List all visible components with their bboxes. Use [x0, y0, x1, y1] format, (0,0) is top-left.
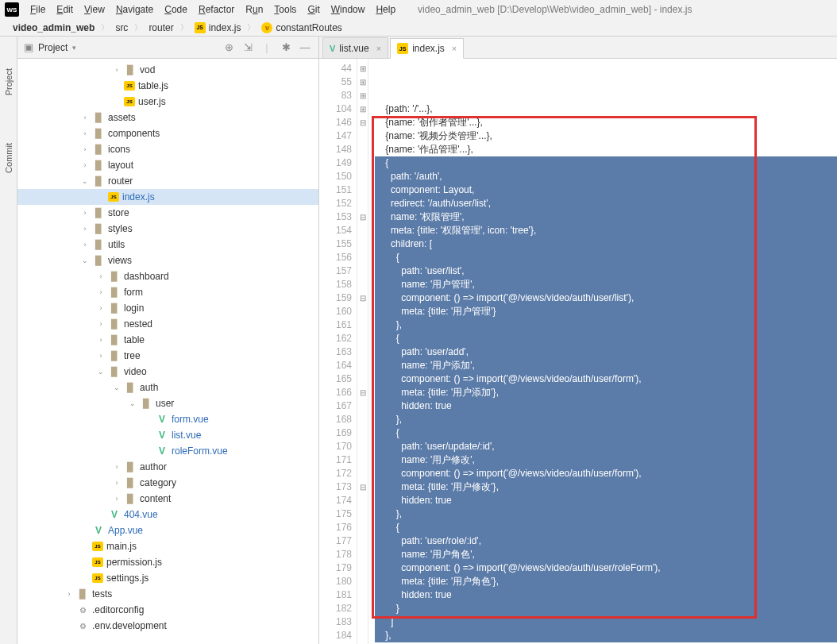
tree-node-layout[interactable]: ›▉layout — [17, 157, 318, 173]
tree-node-components[interactable]: ›▉components — [17, 125, 318, 141]
tree-node-views[interactable]: ⌄▉views — [17, 253, 318, 268]
project-tree[interactable]: ›▉vodJStable.jsJSuser.js›▉assets›▉compon… — [17, 59, 318, 644]
crumb-project[interactable]: video_admin_web — [6, 21, 101, 35]
arrow-right-icon[interactable]: › — [97, 336, 105, 344]
toolwindow-tab-commit[interactable]: Commit — [4, 143, 14, 173]
tree-node-auth[interactable]: ⌄▉auth — [17, 380, 318, 395]
menu-window[interactable]: Window — [326, 2, 370, 17]
menu-code[interactable]: Code — [160, 2, 192, 17]
fold-expanded-icon[interactable]: ⊟ — [357, 291, 368, 305]
locate-icon[interactable]: ⊕ — [222, 40, 236, 55]
close-icon[interactable]: × — [376, 44, 381, 53]
menu-git[interactable]: Git — [303, 2, 324, 17]
crumb-file[interactable]: JSindex.js — [188, 21, 248, 35]
code-content[interactable]: {path: '/'...}, {name: '创作者管理'...}, {nam… — [368, 59, 837, 644]
fold-collapsed-icon[interactable]: ⊞ — [357, 89, 368, 102]
arrow-right-icon[interactable]: › — [113, 495, 121, 503]
editor-tab-index-js[interactable]: JSindex.js× — [390, 38, 464, 59]
menu-navigate[interactable]: Navigate — [111, 2, 158, 17]
tree-node-vod[interactable]: ›▉vod — [17, 62, 318, 78]
tree-node-tree[interactable]: ›▉tree — [17, 348, 318, 364]
arrow-right-icon[interactable]: › — [81, 225, 89, 233]
tree-node-dashboard[interactable]: ›▉dashboard — [17, 268, 318, 284]
arrow-right-icon[interactable]: › — [113, 479, 121, 487]
tree-node--env-development[interactable]: ⚙.env.development — [17, 618, 318, 634]
tree-node-category[interactable]: ›▉category — [17, 475, 318, 491]
code-editor[interactable]: 4455831041461471481491501511521531541551… — [319, 59, 837, 644]
settings-icon[interactable]: ✱ — [279, 40, 293, 55]
arrow-right-icon[interactable]: › — [113, 66, 121, 74]
tree-node--editorconfig[interactable]: ⚙.editorconfig — [17, 602, 318, 618]
tree-node-form[interactable]: ›▉form — [17, 284, 318, 300]
fold-collapsed-icon[interactable]: ⊞ — [357, 75, 368, 89]
arrow-right-icon[interactable]: › — [81, 129, 89, 137]
tree-node-roleForm-vue[interactable]: VroleForm.vue — [17, 443, 318, 459]
tree-node-styles[interactable]: ›▉styles — [17, 221, 318, 237]
crumb-symbol[interactable]: vconstantRoutes — [255, 21, 348, 35]
tree-node-video[interactable]: ⌄▉video — [17, 364, 318, 380]
tree-node-nested[interactable]: ›▉nested — [17, 316, 318, 332]
arrow-right-icon[interactable]: › — [81, 209, 89, 217]
menu-view[interactable]: View — [79, 2, 110, 17]
menu-file[interactable]: File — [25, 2, 50, 17]
fold-collapsed-icon[interactable]: ⊞ — [357, 102, 368, 116]
arrow-down-icon[interactable]: ⌄ — [81, 177, 89, 185]
menu-run[interactable]: Run — [241, 2, 268, 17]
fold-expanded-icon[interactable]: ⊟ — [357, 480, 368, 494]
arrow-right-icon[interactable]: › — [97, 352, 105, 360]
code-line: meta: {title: '权限管理', icon: 'tree'}, — [375, 224, 837, 237]
tree-node-App-vue[interactable]: VApp.vue — [17, 523, 318, 538]
tree-node-content[interactable]: ›▉content — [17, 491, 318, 507]
arrow-right-icon[interactable]: › — [81, 114, 89, 121]
tree-node-utils[interactable]: ›▉utils — [17, 237, 318, 253]
tree-node-index-js[interactable]: JSindex.js — [17, 189, 318, 205]
tree-node-user[interactable]: ⌄▉user — [17, 395, 318, 411]
tree-node-assets[interactable]: ›▉assets — [17, 110, 318, 125]
tree-node-author[interactable]: ›▉author — [17, 459, 318, 475]
tree-node-settings-js[interactable]: JSsettings.js — [17, 570, 318, 586]
fold-gutter[interactable]: ⊞⊞⊞⊞⊟⊟⊟⊟⊟ — [357, 59, 368, 644]
arrow-right-icon[interactable]: › — [81, 145, 89, 153]
arrow-down-icon[interactable]: ⌄ — [113, 384, 121, 391]
tree-node-store[interactable]: ›▉store — [17, 205, 318, 221]
fold-expanded-icon[interactable]: ⊟ — [357, 386, 368, 399]
menu-tools[interactable]: Tools — [269, 2, 301, 17]
arrow-right-icon[interactable]: › — [97, 320, 105, 328]
fold-expanded-icon[interactable]: ⊟ — [357, 210, 368, 224]
tree-node-tests[interactable]: ›▉tests — [17, 586, 318, 602]
menu-edit[interactable]: Edit — [52, 2, 78, 17]
tree-node-login[interactable]: ›▉login — [17, 300, 318, 316]
menu-refactor[interactable]: Refactor — [194, 2, 239, 17]
crumb-router[interactable]: router — [142, 21, 179, 35]
tree-node-main-js[interactable]: JSmain.js — [17, 538, 318, 554]
tree-node-list-vue[interactable]: Vlist.vue — [17, 427, 318, 443]
close-icon[interactable]: × — [452, 44, 457, 53]
fold-expanded-icon[interactable]: ⊟ — [357, 116, 368, 129]
toolwindow-tab-project[interactable]: Project — [4, 68, 14, 95]
crumb-src[interactable]: src — [109, 21, 134, 35]
arrow-right-icon[interactable]: › — [113, 463, 121, 471]
tree-node-table[interactable]: ›▉table — [17, 332, 318, 348]
arrow-down-icon[interactable]: ⌄ — [81, 256, 89, 264]
arrow-right-icon[interactable]: › — [97, 272, 105, 280]
dropdown-arrow-icon[interactable]: ▾ — [72, 44, 76, 52]
tree-node-icons[interactable]: ›▉icons — [17, 141, 318, 157]
arrow-right-icon[interactable]: › — [81, 241, 89, 249]
arrow-right-icon[interactable]: › — [65, 590, 73, 598]
expand-all-icon[interactable]: ⇲ — [241, 40, 255, 55]
arrow-down-icon[interactable]: ⌄ — [97, 368, 105, 376]
editor-tab-list-vue[interactable]: Vlist.vue× — [322, 37, 388, 58]
arrow-right-icon[interactable]: › — [97, 288, 105, 296]
tree-node-form-vue[interactable]: Vform.vue — [17, 411, 318, 427]
arrow-right-icon[interactable]: › — [97, 304, 105, 312]
tree-node-permission-js[interactable]: JSpermission.js — [17, 554, 318, 570]
tree-node-user-js[interactable]: JSuser.js — [17, 94, 318, 110]
fold-collapsed-icon[interactable]: ⊞ — [357, 62, 368, 75]
hide-icon[interactable]: — — [298, 40, 312, 55]
tree-node-table-js[interactable]: JStable.js — [17, 78, 318, 94]
arrow-down-icon[interactable]: ⌄ — [129, 399, 137, 407]
arrow-right-icon[interactable]: › — [81, 161, 89, 169]
menu-help[interactable]: Help — [371, 2, 400, 17]
tree-node-404-vue[interactable]: V404.vue — [17, 507, 318, 523]
tree-node-router[interactable]: ⌄▉router — [17, 173, 318, 189]
